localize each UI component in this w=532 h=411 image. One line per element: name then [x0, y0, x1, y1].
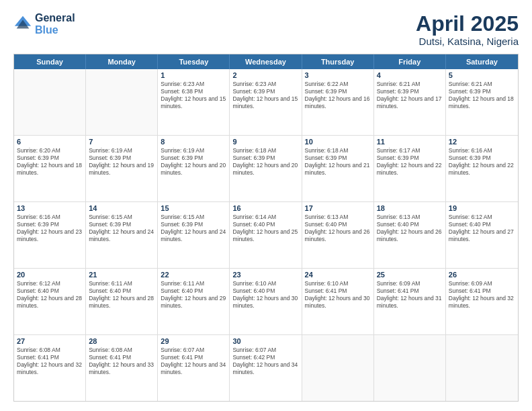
sunset-text: Sunset: 6:40 PM: [305, 221, 371, 228]
calendar-cell: 4Sunrise: 6:21 AMSunset: 6:39 PMDaylight…: [374, 69, 446, 135]
sunset-text: Sunset: 6:39 PM: [377, 88, 443, 95]
daylight-text: Daylight: 12 hours and 19 minutes.: [89, 162, 154, 177]
sunset-text: Sunset: 6:41 PM: [377, 287, 443, 295]
header-sunday: Sunday: [14, 54, 86, 69]
sunset-text: Sunset: 6:40 PM: [232, 287, 298, 295]
sunset-text: Sunset: 6:41 PM: [305, 287, 371, 295]
daylight-text: Daylight: 12 hours and 34 minutes.: [161, 361, 226, 376]
day-number: 21: [89, 271, 154, 279]
day-number: 20: [17, 271, 83, 279]
day-number: 2: [232, 71, 298, 79]
calendar-cell: 3Sunrise: 6:22 AMSunset: 6:39 PMDaylight…: [302, 69, 374, 135]
calendar-cell: [302, 335, 374, 401]
calendar-cell: 20Sunrise: 6:12 AMSunset: 6:40 PMDayligh…: [14, 269, 86, 334]
calendar-cell: 7Sunrise: 6:19 AMSunset: 6:39 PMDaylight…: [86, 136, 158, 201]
header-tuesday: Tuesday: [158, 54, 230, 69]
daylight-text: Daylight: 12 hours and 17 minutes.: [377, 95, 443, 110]
sunrise-text: Sunrise: 6:23 AM: [161, 81, 226, 88]
daylight-text: Daylight: 12 hours and 34 minutes.: [232, 361, 298, 376]
header-saturday: Saturday: [446, 54, 518, 69]
daylight-text: Daylight: 12 hours and 25 minutes.: [232, 228, 298, 243]
day-number: 28: [89, 337, 154, 345]
calendar-cell: 14Sunrise: 6:15 AMSunset: 6:39 PMDayligh…: [86, 202, 158, 268]
header-wednesday: Wednesday: [230, 54, 302, 69]
sunset-text: Sunset: 6:40 PM: [377, 221, 443, 228]
sunrise-text: Sunrise: 6:13 AM: [305, 214, 371, 221]
sunset-text: Sunset: 6:40 PM: [17, 287, 83, 295]
calendar-cell: [14, 69, 86, 135]
sunset-text: Sunset: 6:39 PM: [17, 154, 83, 162]
daylight-text: Daylight: 12 hours and 24 minutes.: [161, 228, 226, 243]
sunset-text: Sunset: 6:41 PM: [161, 354, 226, 361]
calendar-cell: 17Sunrise: 6:13 AMSunset: 6:40 PMDayligh…: [302, 202, 374, 268]
sunrise-text: Sunrise: 6:08 AM: [89, 347, 154, 354]
day-number: 11: [377, 138, 443, 146]
calendar-cell: 1Sunrise: 6:23 AMSunset: 6:38 PMDaylight…: [158, 69, 230, 135]
daylight-text: Daylight: 12 hours and 22 minutes.: [449, 162, 515, 177]
sunrise-text: Sunrise: 6:08 AM: [17, 347, 83, 354]
day-number: 25: [377, 271, 443, 279]
sunrise-text: Sunrise: 6:09 AM: [449, 280, 515, 287]
sunrise-text: Sunrise: 6:16 AM: [17, 214, 83, 221]
day-number: 18: [377, 204, 443, 212]
sunrise-text: Sunrise: 6:09 AM: [377, 280, 443, 287]
day-number: 12: [449, 138, 515, 146]
sunset-text: Sunset: 6:40 PM: [232, 221, 298, 228]
daylight-text: Daylight: 12 hours and 32 minutes.: [449, 295, 515, 310]
daylight-text: Daylight: 12 hours and 29 minutes.: [161, 295, 226, 310]
sunrise-text: Sunrise: 6:07 AM: [232, 347, 298, 354]
day-number: 30: [232, 337, 298, 345]
calendar-cell: 5Sunrise: 6:21 AMSunset: 6:39 PMDaylight…: [446, 69, 518, 135]
sunrise-text: Sunrise: 6:15 AM: [89, 214, 154, 221]
calendar-cell: [446, 335, 518, 401]
calendar-cell: 10Sunrise: 6:18 AMSunset: 6:39 PMDayligh…: [302, 136, 374, 201]
title-block: April 2025 Dutsi, Katsina, Nigeria: [416, 12, 519, 47]
daylight-text: Daylight: 12 hours and 32 minutes.: [17, 361, 83, 376]
sunrise-text: Sunrise: 6:12 AM: [17, 280, 83, 287]
sunset-text: Sunset: 6:41 PM: [89, 354, 154, 361]
sunrise-text: Sunrise: 6:12 AM: [449, 214, 515, 221]
sunset-text: Sunset: 6:39 PM: [305, 154, 371, 162]
day-number: 14: [89, 204, 154, 212]
calendar-body: 1Sunrise: 6:23 AMSunset: 6:38 PMDaylight…: [14, 69, 518, 401]
calendar-week-5: 27Sunrise: 6:08 AMSunset: 6:41 PMDayligh…: [14, 335, 518, 401]
header-monday: Monday: [86, 54, 158, 69]
daylight-text: Daylight: 12 hours and 16 minutes.: [305, 95, 371, 110]
calendar-week-4: 20Sunrise: 6:12 AMSunset: 6:40 PMDayligh…: [14, 269, 518, 335]
daylight-text: Daylight: 12 hours and 22 minutes.: [377, 162, 443, 177]
calendar-subtitle: Dutsi, Katsina, Nigeria: [416, 36, 519, 47]
calendar-cell: 11Sunrise: 6:17 AMSunset: 6:39 PMDayligh…: [374, 136, 446, 201]
day-number: 7: [89, 138, 154, 146]
header-thursday: Thursday: [302, 54, 374, 69]
sunrise-text: Sunrise: 6:11 AM: [89, 280, 154, 287]
calendar-cell: 26Sunrise: 6:09 AMSunset: 6:41 PMDayligh…: [446, 269, 518, 334]
daylight-text: Daylight: 12 hours and 33 minutes.: [89, 361, 154, 376]
daylight-text: Daylight: 12 hours and 20 minutes.: [232, 162, 298, 177]
sunrise-text: Sunrise: 6:11 AM: [161, 280, 226, 287]
sunset-text: Sunset: 6:39 PM: [232, 88, 298, 95]
daylight-text: Daylight: 12 hours and 28 minutes.: [89, 295, 154, 310]
calendar: Sunday Monday Tuesday Wednesday Thursday…: [13, 54, 519, 402]
sunrise-text: Sunrise: 6:10 AM: [305, 280, 371, 287]
daylight-text: Daylight: 12 hours and 30 minutes.: [232, 295, 298, 310]
sunset-text: Sunset: 6:39 PM: [89, 221, 154, 228]
calendar-cell: 8Sunrise: 6:19 AMSunset: 6:39 PMDaylight…: [158, 136, 230, 201]
calendar-cell: 24Sunrise: 6:10 AMSunset: 6:41 PMDayligh…: [302, 269, 374, 334]
day-number: 15: [161, 204, 226, 212]
sunrise-text: Sunrise: 6:19 AM: [89, 147, 154, 154]
daylight-text: Daylight: 12 hours and 27 minutes.: [449, 228, 515, 243]
sunrise-text: Sunrise: 6:14 AM: [232, 214, 298, 221]
day-number: 8: [161, 138, 226, 146]
daylight-text: Daylight: 12 hours and 21 minutes.: [305, 162, 371, 177]
sunset-text: Sunset: 6:39 PM: [89, 154, 154, 162]
sunset-text: Sunset: 6:41 PM: [17, 354, 83, 361]
calendar-header: Sunday Monday Tuesday Wednesday Thursday…: [14, 54, 518, 69]
daylight-text: Daylight: 12 hours and 18 minutes.: [449, 95, 515, 110]
page: General Blue April 2025 Dutsi, Katsina, …: [0, 0, 532, 411]
daylight-text: Daylight: 12 hours and 23 minutes.: [17, 228, 83, 243]
sunrise-text: Sunrise: 6:16 AM: [449, 147, 515, 154]
day-number: 9: [232, 138, 298, 146]
calendar-cell: 27Sunrise: 6:08 AMSunset: 6:41 PMDayligh…: [14, 335, 86, 401]
sunrise-text: Sunrise: 6:21 AM: [377, 81, 443, 88]
day-number: 13: [17, 204, 83, 212]
